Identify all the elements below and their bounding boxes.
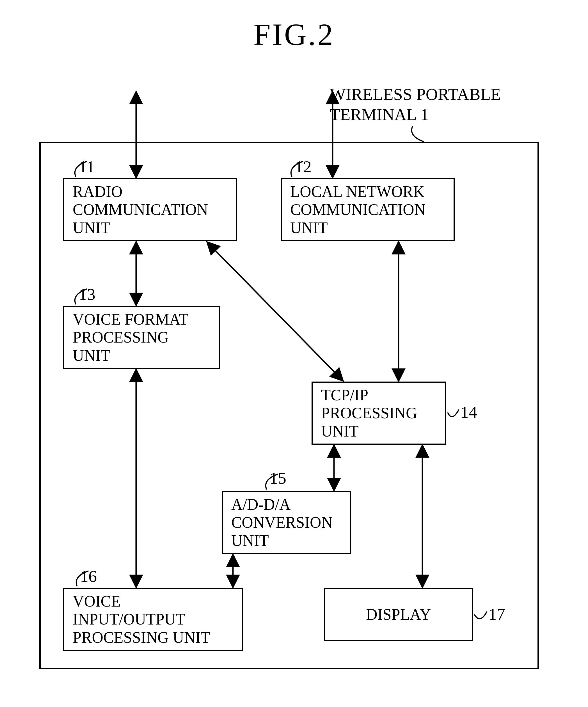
svg-line-5 <box>208 243 342 380</box>
connectors <box>0 0 588 707</box>
